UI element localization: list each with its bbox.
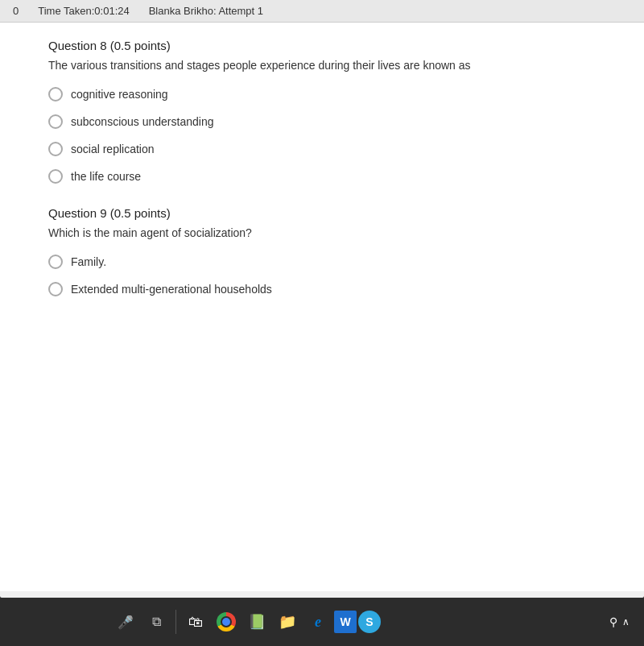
option-label-q9-1: Family. [71, 255, 106, 268]
taskbar-right: ⚲ ∧ [609, 615, 638, 628]
question-8-block: Question 8 (0.5 points) The various tran… [48, 39, 620, 184]
system-tray-icon: ⚲ [609, 615, 617, 628]
quiz-number: 0 [13, 5, 19, 17]
task-view-icon[interactable]: ⧉ [142, 607, 171, 636]
option-row-q8-4[interactable]: the life course [48, 169, 620, 184]
option-row-q8-3[interactable]: social replication [48, 142, 620, 156]
radio-q8-3[interactable] [48, 142, 63, 156]
option-label-q8-1: cognitive reasoning [71, 88, 168, 101]
option-row-q8-2[interactable]: subconscious understanding [48, 114, 620, 129]
screen: 0 Time Taken:0:01:24 Blanka Brikho: Atte… [0, 0, 644, 598]
files-icon[interactable]: 📁 [273, 607, 302, 636]
taskbar-icons: 🎤 ⧉ 🛍 📗 📁 e W S [111, 607, 381, 636]
option-row-q9-1[interactable]: Family. [48, 255, 620, 269]
option-label-q8-3: social replication [71, 143, 155, 155]
question-8-text: The various transitions and stages peopl… [48, 57, 620, 74]
edge-icon-btn[interactable]: e [303, 607, 332, 636]
chevron-up-icon[interactable]: ∧ [622, 616, 630, 627]
option-label-q9-2: Extended multi-generational households [71, 283, 272, 296]
green-app-icon[interactable]: 📗 [242, 607, 271, 636]
question-9-text: Which is the main agent of socialization… [48, 225, 620, 242]
content-area: Question 8 (0.5 points) The various tran… [0, 23, 644, 591]
radio-q9-1[interactable] [48, 255, 63, 269]
user-info: Blanka Brikho: Attempt 1 [149, 5, 263, 17]
chrome-icon [217, 612, 236, 632]
s-app-icon[interactable]: S [358, 611, 381, 633]
top-bar: 0 Time Taken:0:01:24 Blanka Brikho: Atte… [0, 0, 644, 23]
question-9-block: Question 9 (0.5 points) Which is the mai… [48, 206, 620, 296]
separator-1 [175, 610, 176, 634]
option-row-q8-1[interactable]: cognitive reasoning [48, 87, 620, 101]
mic-icon[interactable]: 🎤 [111, 607, 140, 636]
option-row-q9-2[interactable]: Extended multi-generational households [48, 282, 620, 296]
taskbar: 🎤 ⧉ 🛍 📗 📁 e W S ⚲ ∧ [0, 598, 644, 646]
radio-q8-2[interactable] [48, 114, 63, 129]
radio-q8-1[interactable] [48, 87, 63, 101]
question-8-header: Question 8 (0.5 points) [48, 39, 620, 52]
option-label-q8-2: subconscious understanding [71, 115, 213, 128]
chrome-icon-btn[interactable] [212, 607, 241, 636]
radio-q9-2[interactable] [48, 282, 63, 296]
option-label-q8-4: the life course [71, 170, 141, 183]
radio-q8-4[interactable] [48, 169, 63, 184]
store-icon[interactable]: 🛍 [181, 607, 210, 636]
time-taken-label: Time Taken:0:01:24 [38, 5, 129, 17]
word-icon-btn[interactable]: W [334, 611, 357, 633]
question-9-header: Question 9 (0.5 points) [48, 206, 620, 220]
